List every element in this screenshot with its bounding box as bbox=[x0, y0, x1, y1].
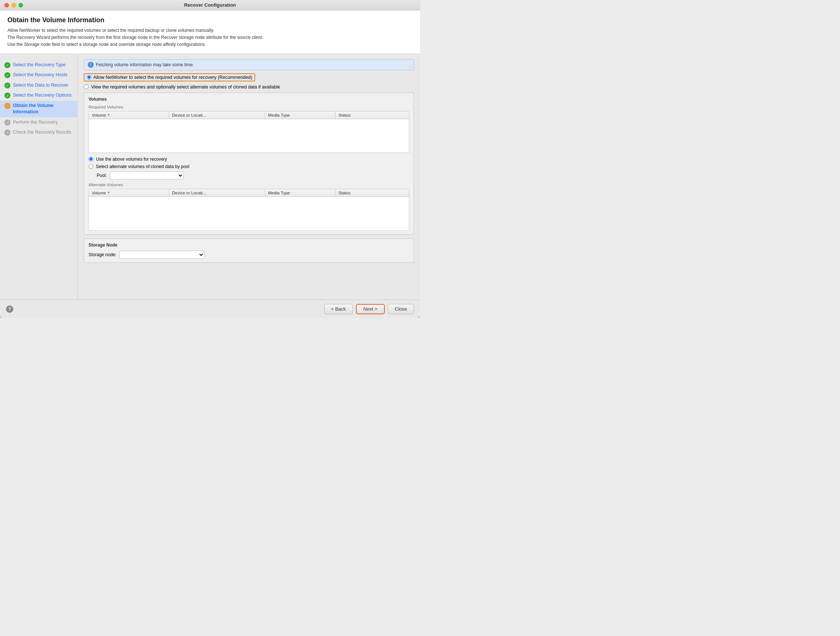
next-button[interactable]: Next > bbox=[356, 304, 385, 314]
alt-col-header-status: Status bbox=[335, 189, 409, 197]
radio-label-1: Allow NetWorker to select the required v… bbox=[93, 75, 252, 80]
bottom-bar: ? < Back Next > Close bbox=[0, 299, 420, 318]
radio-input-1[interactable] bbox=[87, 75, 92, 80]
col-header-status: Status bbox=[335, 112, 409, 119]
empty-circle-icon bbox=[5, 120, 10, 126]
info-bar: i Fetching volume information may take s… bbox=[84, 59, 414, 70]
progress-circle-icon bbox=[5, 103, 10, 109]
col-header-media: Media Type bbox=[265, 112, 335, 119]
sidebar-item-check-recovery-results: Check the Recovery Results bbox=[0, 128, 77, 138]
description-line1: Allow NetWorker to select the required v… bbox=[8, 27, 412, 34]
main-content: ✓ Select the Recovery Type ✓ Select the … bbox=[0, 54, 420, 299]
alt-col-header-media: Media Type bbox=[265, 189, 335, 197]
check-circle-icon-3: ✓ bbox=[5, 83, 10, 88]
minimize-button[interactable] bbox=[11, 3, 16, 8]
sub-options: Use the above volumes for recovery Selec… bbox=[88, 157, 409, 231]
required-volumes-body bbox=[89, 119, 409, 153]
sidebar-label-obtain-volume-info: Obtain the Volume Information bbox=[13, 102, 74, 115]
info-icon: i bbox=[88, 62, 94, 68]
col-header-device: Device or Locati... bbox=[169, 112, 265, 119]
page-title: Obtain the Volume Information bbox=[8, 16, 412, 24]
pool-row: Pool: bbox=[97, 172, 409, 179]
alternate-volumes-table: Volume ▼ Device or Locati... Media Type bbox=[88, 189, 409, 231]
storage-node-row: Storage node: bbox=[88, 250, 409, 259]
sidebar-item-select-recovery-type[interactable]: ✓ Select the Recovery Type bbox=[0, 60, 77, 70]
sub-radio-1[interactable] bbox=[88, 157, 93, 161]
sub-option-1[interactable]: Use the above volumes for recovery bbox=[88, 157, 409, 162]
radio-selected-box[interactable]: Allow NetWorker to select the required v… bbox=[84, 73, 255, 82]
alt-col-header-volume[interactable]: Volume ▼ bbox=[89, 189, 169, 197]
header-area: Obtain the Volume Information Allow NetW… bbox=[0, 10, 420, 54]
sidebar-item-perform-recovery: Perform the Recovery bbox=[0, 117, 77, 128]
sub-option-2[interactable]: Select alternate volumes of cloned data … bbox=[88, 164, 409, 169]
storage-node-label: Storage node: bbox=[88, 252, 116, 257]
radio-input-2[interactable] bbox=[84, 84, 88, 89]
close-button[interactable] bbox=[5, 3, 9, 8]
radio-label-2: View the required volumes and optionally… bbox=[91, 84, 280, 90]
alternate-volumes-label: Alternate Volumes bbox=[88, 183, 409, 187]
empty-circle-icon-2 bbox=[5, 129, 10, 135]
volumes-container: Volumes Required Volumes Volume ▼ bbox=[84, 93, 414, 235]
pool-label: Pool: bbox=[97, 173, 107, 178]
pool-select[interactable] bbox=[110, 172, 184, 179]
sidebar-item-obtain-volume-info[interactable]: Obtain the Volume Information bbox=[0, 101, 77, 117]
info-text: Fetching volume information may take som… bbox=[96, 62, 194, 68]
bottom-left: ? bbox=[6, 305, 13, 313]
maximize-button[interactable] bbox=[19, 3, 23, 8]
alt-sort-arrow-icon: ▼ bbox=[107, 191, 110, 194]
sidebar-item-select-recovery-hosts[interactable]: ✓ Select the Recovery Hosts bbox=[0, 70, 77, 80]
bottom-right: < Back Next > Close bbox=[324, 304, 414, 314]
titlebar: Recover Configuration bbox=[0, 0, 420, 10]
main-window: Recover Configuration Obtain the Volume … bbox=[0, 0, 420, 318]
col-header-volume[interactable]: Volume ▼ bbox=[89, 112, 169, 119]
radio-option-1[interactable]: Allow NetWorker to select the required v… bbox=[84, 73, 414, 82]
back-button[interactable]: < Back bbox=[324, 304, 353, 314]
sub-option-2-label: Select alternate volumes of cloned data … bbox=[96, 164, 189, 169]
alt-col-header-device: Device or Locati... bbox=[169, 189, 265, 197]
traffic-lights bbox=[5, 3, 23, 8]
sort-arrow-icon: ▼ bbox=[107, 113, 110, 116]
check-circle-icon-2: ✓ bbox=[5, 72, 10, 78]
sidebar-item-select-data-recover[interactable]: ✓ Select the Data to Recover bbox=[0, 80, 77, 91]
sidebar-label-select-recovery-hosts: Select the Recovery Hosts bbox=[13, 72, 68, 79]
radio-option-2[interactable]: View the required volumes and optionally… bbox=[84, 84, 414, 90]
storage-node-select[interactable] bbox=[119, 250, 204, 259]
sidebar-label-check-recovery-results: Check the Recovery Results bbox=[13, 129, 71, 136]
help-button[interactable]: ? bbox=[6, 305, 13, 313]
alternate-volumes-body bbox=[89, 197, 409, 230]
required-volumes-table: Volume ▼ Device or Locati... Media Type bbox=[88, 111, 409, 153]
header-description: Allow NetWorker to select the required v… bbox=[8, 27, 412, 49]
sub-radio-2[interactable] bbox=[88, 164, 93, 169]
volume-sort[interactable]: Volume ▼ bbox=[92, 113, 110, 117]
sidebar-label-select-data-recover: Select the Data to Recover bbox=[13, 82, 68, 89]
window-title: Recover Configuration bbox=[184, 2, 236, 8]
alt-volume-sort[interactable]: Volume ▼ bbox=[92, 190, 110, 195]
close-button-bottom[interactable]: Close bbox=[388, 304, 414, 314]
sidebar-item-select-recovery-options[interactable]: ✓ Select the Recovery Options bbox=[0, 90, 77, 101]
sub-option-1-label: Use the above volumes for recovery bbox=[96, 157, 167, 162]
check-circle-icon-4: ✓ bbox=[5, 93, 10, 98]
volumes-title: Volumes bbox=[88, 97, 409, 102]
description-line2: The Recovery Wizard performs the recover… bbox=[8, 34, 412, 41]
storage-node-section: Storage Node Storage node: bbox=[84, 238, 414, 263]
description-line3: Use the Storage node field to select a s… bbox=[8, 41, 412, 48]
check-circle-icon: ✓ bbox=[5, 62, 10, 68]
sidebar-label-select-recovery-type: Select the Recovery Type bbox=[13, 62, 66, 68]
required-volumes-label: Required Volumes bbox=[88, 105, 409, 109]
sidebar: ✓ Select the Recovery Type ✓ Select the … bbox=[0, 54, 78, 299]
right-panel: i Fetching volume information may take s… bbox=[78, 54, 420, 299]
sidebar-label-perform-recovery: Perform the Recovery bbox=[13, 119, 58, 126]
storage-node-title: Storage Node bbox=[88, 242, 409, 248]
sidebar-label-select-recovery-options: Select the Recovery Options bbox=[13, 92, 71, 99]
